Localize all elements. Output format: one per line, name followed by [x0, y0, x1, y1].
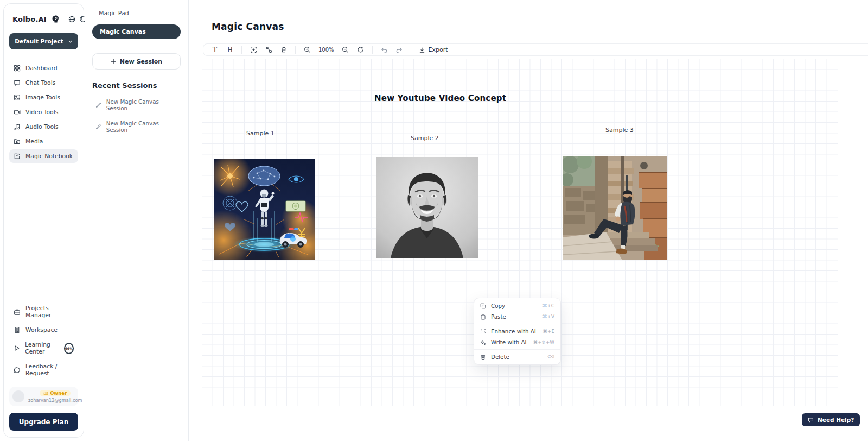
zoom-level[interactable]: 100% — [316, 47, 336, 53]
ai-select-button[interactable] — [247, 45, 259, 54]
reset-view-button[interactable] — [355, 45, 367, 54]
sidebar-item-video-tools[interactable]: Video Tools — [9, 105, 78, 119]
sidebar-item-magic-notebook[interactable]: Magic Notebook — [9, 149, 78, 163]
image-icon — [14, 94, 21, 101]
project-selector[interactable]: Default Project — [9, 33, 78, 49]
sidebar-item-learning-center[interactable]: Learning Center 66% — [9, 338, 78, 358]
tab-magic-canvas[interactable]: Magic Canvas — [92, 24, 181, 39]
language-globe-icon[interactable] — [68, 16, 75, 23]
sidebar-item-label: Media — [25, 138, 43, 145]
sidebar-item-label: Learning Center — [25, 341, 58, 355]
sidebar-item-label: Projects Manager — [25, 305, 74, 319]
user-email: zoharvan12@gmail.com — [28, 398, 82, 403]
context-menu-shortcut: ⌘+C — [542, 303, 554, 308]
sidebar-item-label: Audio Tools — [25, 123, 59, 130]
pencil-icon — [95, 124, 101, 130]
context-menu-delete[interactable]: Delete ⌫ — [474, 351, 560, 362]
sidebar-item-feedback[interactable]: Feedback / Request — [9, 360, 78, 380]
sidebar-item-label: Dashboard — [25, 65, 58, 72]
context-menu-write-with-ai[interactable]: Write with AI ⌘+⇧+W — [474, 337, 560, 348]
new-session-button[interactable]: New Session — [92, 53, 181, 70]
sidebar-item-workspace[interactable]: Workspace — [9, 323, 78, 337]
divider — [411, 46, 411, 54]
text-tool-button[interactable]: T — [209, 45, 221, 54]
sidebar-item-label: Magic Notebook — [25, 153, 73, 160]
learning-progress-badge: 66% — [64, 343, 74, 354]
rotate-icon — [357, 46, 364, 53]
sample-1-label[interactable]: Sample 1 — [246, 130, 275, 137]
need-help-button[interactable]: Need Help? — [802, 413, 860, 426]
dashboard-grid-icon — [14, 65, 21, 72]
music-note-icon — [14, 123, 21, 130]
session-list-item[interactable]: New Magic Canvas Session — [92, 120, 181, 133]
zoom-in-button[interactable] — [301, 45, 313, 54]
sample-1-image[interactable] — [214, 159, 315, 260]
notebook-pencil-icon — [14, 153, 21, 160]
sidebar-item-dashboard[interactable]: Dashboard — [9, 61, 78, 75]
session-list-item[interactable]: New Magic Canvas Session — [92, 98, 181, 111]
tab-magic-canvas-label: Magic Canvas — [100, 28, 146, 35]
sidebar-footer-nav: Projects Manager Workspace Learning Cent… — [9, 301, 78, 380]
context-menu-label: Copy — [491, 303, 538, 309]
sidebar-nav: Dashboard Chat Tools Image Tools Video T… — [9, 61, 78, 163]
sidebar-item-image-tools[interactable]: Image Tools — [9, 91, 78, 104]
tab-magic-pad-label: Magic Pad — [99, 10, 129, 17]
sample-2-label[interactable]: Sample 2 — [411, 135, 439, 142]
video-camera-icon — [14, 109, 21, 116]
undo-button[interactable] — [378, 45, 390, 54]
session-item-label: New Magic Canvas Session — [106, 120, 181, 133]
context-menu-copy[interactable]: Copy ⌘+C — [474, 300, 560, 311]
redo-icon — [395, 47, 403, 53]
heading-tool-button[interactable]: H — [224, 45, 236, 54]
need-help-label: Need Help? — [818, 417, 854, 423]
tab-magic-pad[interactable]: Magic Pad — [92, 9, 181, 18]
sample-3-label[interactable]: Sample 3 — [605, 127, 634, 134]
sidebar-item-audio-tools[interactable]: Audio Tools — [9, 120, 78, 134]
trash-icon — [280, 46, 287, 53]
sidebar-item-label: Video Tools — [25, 109, 58, 116]
download-icon — [419, 47, 425, 53]
magic-wand-icon — [480, 329, 486, 335]
user-account-card[interactable]: Owner zoharvan12@gmail.com — [9, 387, 78, 406]
sidebar-item-projects-manager[interactable]: Projects Manager — [9, 301, 78, 322]
sidebar-item-chat-tools[interactable]: Chat Tools — [9, 76, 78, 90]
primary-sidebar: Kolbo.AI Default Project Dashboard Chat … — [3, 3, 84, 438]
feedback-chat-icon — [14, 367, 21, 374]
zoom-out-button[interactable] — [340, 45, 352, 54]
sidebar-item-media[interactable]: Media — [9, 135, 78, 148]
upgrade-plan-label: Upgrade Plan — [19, 418, 68, 426]
connector-tool-button[interactable] — [263, 45, 275, 54]
divider — [295, 46, 296, 54]
brand-logo: Kolbo.AI — [12, 15, 47, 23]
undo-icon — [380, 47, 388, 53]
play-icon — [14, 345, 20, 351]
recent-sessions-list: New Magic Canvas Session New Magic Canva… — [92, 98, 181, 133]
sample-2-image[interactable] — [376, 157, 478, 258]
context-menu-label: Paste — [491, 313, 538, 320]
pencil-icon — [95, 102, 101, 108]
connector-icon — [265, 46, 272, 53]
help-chat-icon — [808, 417, 814, 423]
copy-icon — [480, 303, 486, 309]
sidebar-item-label: Feedback / Request — [25, 363, 74, 377]
avatar — [12, 390, 24, 402]
zoom-out-icon — [342, 46, 349, 53]
context-menu: Copy ⌘+C Paste ⌘+V Enhance with AI ⌘+E W… — [474, 298, 561, 365]
sparkles-icon — [480, 339, 486, 345]
chevron-down-icon — [68, 39, 73, 44]
upgrade-plan-button[interactable]: Upgrade Plan — [9, 413, 78, 431]
context-menu-label: Delete — [491, 354, 543, 360]
brain-logo-icon — [51, 15, 60, 23]
context-menu-label: Write with AI — [491, 339, 528, 345]
delete-tool-button[interactable] — [278, 45, 290, 54]
context-menu-enhance-with-ai[interactable]: Enhance with AI ⌘+E — [474, 326, 560, 337]
context-menu-shortcut: ⌫ — [548, 354, 554, 360]
recent-sessions-header: Recent Sessions — [92, 81, 181, 90]
board-title-text[interactable]: New Youtube Video Concept — [374, 93, 506, 103]
export-button[interactable]: Export — [417, 46, 450, 53]
sample-3-image[interactable] — [563, 156, 667, 260]
plus-icon — [111, 59, 116, 64]
redo-button[interactable] — [393, 45, 405, 54]
owner-role-badge: Owner — [40, 390, 71, 396]
context-menu-paste[interactable]: Paste ⌘+V — [474, 311, 560, 322]
